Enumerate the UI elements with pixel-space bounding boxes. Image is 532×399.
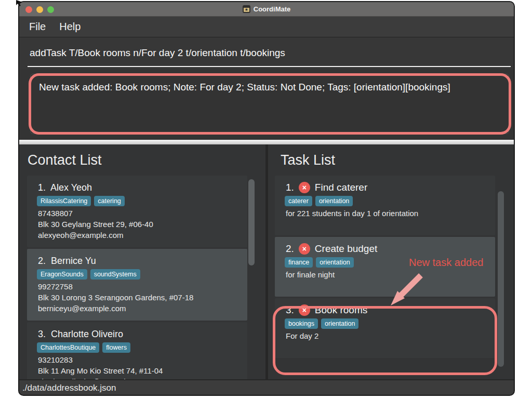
task-note: For day 2 bbox=[286, 330, 490, 341]
contact-card-2[interactable]: 2. Bernice Yu EragonSounds soundSystems … bbox=[27, 249, 247, 321]
contact-name: 3. Charlotte Oliveiro bbox=[38, 328, 242, 340]
contact-address: Blk 30 Geylang Street 29, #06-40 bbox=[38, 219, 242, 230]
contact-list-panel: Contact List 1. Alex Yeoh RilassisCateri… bbox=[19, 144, 265, 379]
task-title-row: 3. × Book rooms bbox=[286, 304, 490, 316]
contact-name: 1. Alex Yeoh bbox=[38, 182, 242, 194]
status-file-path: ./data/addressbook.json bbox=[22, 383, 116, 393]
calendar-app-icon: ★ bbox=[243, 5, 250, 13]
contact-phone: 87438807 bbox=[38, 208, 242, 219]
task-card-1[interactable]: 1. × Find caterer caterer orientation fo… bbox=[275, 176, 495, 235]
status-not-done-icon: × bbox=[299, 304, 310, 316]
contact-card-1[interactable]: 1. Alex Yeoh RilassisCatering catering 8… bbox=[27, 176, 247, 247]
task-title: Create budget bbox=[315, 243, 377, 255]
panels: Contact List 1. Alex Yeoh RilassisCateri… bbox=[19, 144, 514, 379]
contact-list-scrollbar[interactable] bbox=[248, 179, 255, 265]
desktop: ★ CoordiMate File Help addTask T/Book ro… bbox=[0, 0, 532, 399]
contact-list-title: Contact List bbox=[19, 144, 265, 169]
tag-badge: orientation bbox=[321, 318, 358, 329]
contact-tags: EragonSounds soundSystems bbox=[37, 269, 242, 280]
task-title: Find caterer bbox=[315, 181, 367, 194]
contact-phone: 93210283 bbox=[38, 354, 242, 365]
horizontal-split-divider[interactable] bbox=[19, 139, 514, 144]
task-tags: caterer orientation bbox=[285, 196, 490, 206]
tag-badge: orientation bbox=[315, 196, 353, 206]
contact-phone: 99272758 bbox=[38, 281, 242, 292]
tag-badge: orientation bbox=[316, 257, 353, 268]
task-list: 1. × Find caterer caterer orientation fo… bbox=[268, 176, 514, 379]
task-title-row: 1. × Find caterer bbox=[286, 181, 490, 194]
close-button[interactable] bbox=[25, 6, 32, 13]
task-title: Book rooms bbox=[315, 304, 367, 316]
task-card-3[interactable]: 3. × Book rooms bookings orientation For… bbox=[275, 298, 495, 358]
task-title-row: 2. × Create budget bbox=[286, 243, 490, 255]
contact-email: charlotteoliveiro@example.com bbox=[38, 376, 242, 379]
minimize-button[interactable] bbox=[36, 6, 43, 13]
contact-email: berniceyu@example.com bbox=[38, 303, 242, 314]
command-input[interactable]: addTask T/Book rooms n/For day 2 t/orien… bbox=[30, 47, 503, 59]
contact-address: Blk 11 Ang Mo Kio Street 74, #11-04 bbox=[38, 365, 242, 376]
menu-help[interactable]: Help bbox=[59, 21, 81, 33]
tag-badge: flowers bbox=[102, 342, 130, 353]
status-bar: ./data/addressbook.json bbox=[19, 379, 514, 396]
contact-card-3[interactable]: 3. Charlotte Oliveiro CharlottesBoutique… bbox=[27, 322, 247, 379]
contact-address: Blk 30 Lorong 3 Serangoon Gardens, #07-1… bbox=[38, 292, 242, 303]
tag-badge: CharlottesBoutique bbox=[37, 342, 99, 353]
task-tags: finance orientation bbox=[285, 257, 490, 268]
task-card-2[interactable]: 2. × Create budget finance orientation f… bbox=[275, 237, 495, 297]
status-not-done-icon: × bbox=[299, 243, 310, 255]
contact-list: 1. Alex Yeoh RilassisCatering catering 8… bbox=[19, 176, 265, 379]
task-note: for 221 students in day 1 of orientation bbox=[286, 208, 490, 219]
result-display: New task added: Book rooms; Note: For da… bbox=[30, 74, 509, 134]
tag-badge: caterer bbox=[285, 196, 312, 206]
menu-file[interactable]: File bbox=[29, 21, 46, 33]
contact-tags: CharlottesBoutique flowers bbox=[37, 342, 242, 353]
tag-badge: bookings bbox=[285, 318, 318, 329]
zoom-button[interactable] bbox=[47, 6, 54, 13]
task-list-title: Task List bbox=[268, 144, 514, 169]
task-note: for finale night bbox=[286, 269, 490, 280]
title-bar: ★ CoordiMate bbox=[19, 2, 514, 17]
contact-name: 2. Bernice Yu bbox=[38, 255, 242, 267]
contact-email: alexyeoh@example.com bbox=[38, 230, 242, 241]
title-group: ★ CoordiMate bbox=[243, 5, 291, 13]
tag-badge: EragonSounds bbox=[37, 269, 87, 280]
command-underline bbox=[28, 66, 511, 67]
task-tags: bookings orientation bbox=[285, 318, 490, 329]
window-title: CoordiMate bbox=[254, 5, 291, 13]
status-not-done-icon: × bbox=[299, 182, 310, 193]
task-list-panel: Task List 1. × Find caterer caterer orie… bbox=[268, 144, 514, 379]
tag-badge: soundSystems bbox=[90, 269, 140, 280]
command-box[interactable]: addTask T/Book rooms n/For day 2 t/orien… bbox=[19, 37, 514, 70]
task-list-scrollbar[interactable] bbox=[498, 191, 504, 367]
result-text: New task added: Book rooms; Note: For da… bbox=[39, 81, 500, 94]
result-row: New task added: Book rooms; Note: For da… bbox=[19, 70, 514, 139]
window-controls bbox=[25, 2, 54, 17]
tag-badge: finance bbox=[285, 257, 313, 268]
tag-badge: catering bbox=[94, 196, 124, 206]
contact-tags: RilassisCatering catering bbox=[37, 196, 242, 206]
menu-bar: File Help bbox=[19, 17, 514, 37]
app-window: ★ CoordiMate File Help addTask T/Book ro… bbox=[18, 1, 515, 396]
tag-badge: RilassisCatering bbox=[37, 196, 91, 206]
